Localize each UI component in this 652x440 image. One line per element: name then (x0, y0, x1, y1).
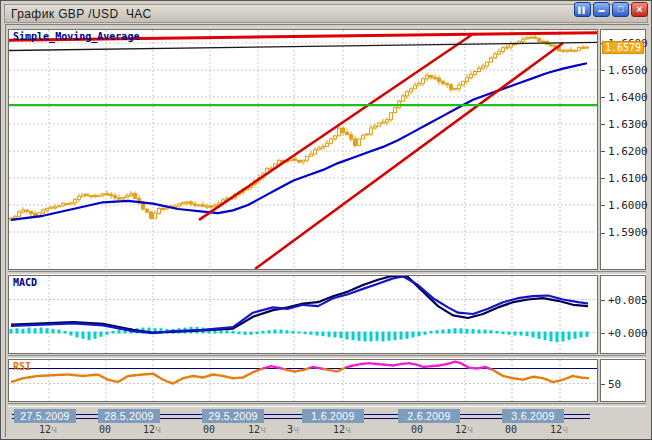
candle-body (378, 123, 381, 126)
histogram-bar (256, 332, 259, 335)
candle-body (14, 216, 17, 218)
candle-body (162, 208, 165, 209)
histogram-bar (574, 332, 577, 339)
candle-body (326, 143, 329, 146)
pause-button[interactable]: ▌▌ (574, 2, 591, 17)
tick-mark (601, 384, 605, 385)
candle-body (70, 203, 73, 204)
histogram-bar (322, 332, 325, 337)
histogram-bar (10, 329, 13, 334)
rsi-panel[interactable]: RSI (8, 359, 598, 402)
histogram-bar (82, 332, 85, 339)
candle-body (94, 195, 97, 196)
histogram-bar (562, 332, 565, 342)
chart-client-area: Simple_Moving_Average 1.6579 1.66001.650… (5, 24, 649, 437)
histogram-bar (418, 332, 421, 337)
maximize-icon: □ (618, 4, 623, 14)
rsi-indicator-label: RSI (13, 361, 31, 372)
macd-histogram (10, 327, 589, 342)
tick-mark (601, 124, 605, 125)
macd-panel[interactable]: MACD (8, 275, 598, 354)
candle-body (194, 204, 197, 205)
time-tick-label: 00 (203, 424, 215, 435)
histogram-bar (352, 332, 355, 341)
candle-body (198, 205, 201, 206)
axis-tick-label: 1.6400 (601, 92, 648, 104)
time-tick-label: 12ч (248, 424, 266, 435)
candle-body (374, 126, 377, 128)
axis-tick-label: 1.6300 (601, 119, 648, 131)
time-tick-label: 00 (99, 424, 111, 435)
histogram-bar (88, 332, 91, 341)
histogram-bar (328, 332, 331, 337)
histogram-bar (16, 328, 19, 333)
minimize-button[interactable]: ▬ (593, 2, 610, 17)
histogram-bar (46, 328, 49, 333)
histogram-bar (118, 330, 121, 334)
candle-body (26, 210, 29, 211)
pause-icon: ▌▌ (578, 7, 587, 13)
time-tick-label: 12ч (333, 424, 351, 435)
candle-body (430, 76, 433, 78)
histogram-bar (466, 329, 469, 334)
candle-body (422, 79, 425, 84)
histogram-bar (508, 332, 511, 335)
close-icon: × (636, 3, 642, 15)
candle-body (534, 37, 537, 38)
histogram-bar (394, 332, 397, 341)
histogram-bar (472, 329, 475, 334)
time-tick-label: 12ч (550, 424, 568, 435)
tick-mark (601, 300, 605, 301)
histogram-bar (274, 330, 277, 334)
histogram-bar (406, 332, 409, 339)
candle-body (462, 81, 465, 85)
candle-body (306, 156, 309, 160)
axis-tick-label: 1.5900 (601, 227, 648, 239)
close-button[interactable]: × (631, 2, 648, 17)
candle-body (206, 206, 209, 207)
candle-body (402, 96, 405, 101)
macd-scale: +0.005+0.000 (600, 275, 646, 354)
candle-body (294, 159, 297, 160)
candle-body (386, 120, 389, 122)
candle-body (330, 139, 333, 144)
candle-body (538, 38, 541, 41)
histogram-bar (424, 332, 427, 335)
candle-body (302, 160, 305, 162)
candle-body (522, 39, 525, 41)
candle-body (410, 89, 413, 92)
candle-body (482, 66, 485, 68)
candle-body (354, 139, 357, 145)
chart-window: График GBP /USD ЧАС ▌▌ ▬ □ × Simple_Movi… (0, 0, 652, 440)
histogram-bar (496, 331, 499, 334)
tick-mark (601, 97, 605, 98)
histogram-bar (382, 332, 385, 342)
titlebar[interactable]: График GBP /USD ЧАС (4, 4, 648, 23)
candle-body (474, 72, 477, 75)
histogram-bar (232, 331, 235, 334)
price-panel[interactable]: Simple_Moving_Average (8, 29, 598, 270)
candle-body (314, 150, 317, 154)
maximize-button[interactable]: □ (612, 2, 629, 17)
candle-body (502, 48, 505, 52)
candle-body (118, 198, 121, 199)
candle-body (470, 74, 473, 77)
histogram-bar (64, 331, 67, 334)
histogram-bar (292, 331, 295, 334)
date-badge: 3.6.2009 (502, 409, 564, 423)
time-tick-label: 00 (411, 424, 423, 435)
time-tick-label: 12ч (455, 424, 473, 435)
candle-body (126, 196, 129, 198)
histogram-bar (526, 332, 529, 337)
axis-tick-label: +0.000 (601, 328, 648, 340)
candle-body (150, 212, 153, 218)
candle-body (90, 195, 93, 196)
candle-body (98, 195, 101, 196)
histogram-bar (280, 330, 283, 334)
candle-body (298, 160, 301, 162)
candle-body (446, 84, 449, 85)
candle-body (62, 203, 65, 205)
tick-mark (601, 205, 605, 206)
candle-body (106, 194, 109, 195)
histogram-bar (34, 328, 37, 333)
